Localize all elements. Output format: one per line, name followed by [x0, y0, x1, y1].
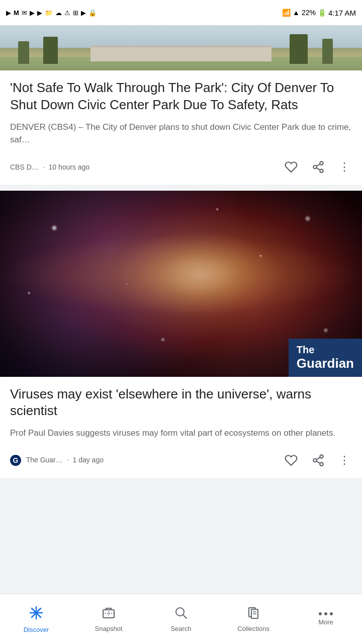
park-image-placeholder: [0, 25, 362, 70]
article-1-share-button[interactable]: [310, 158, 327, 176]
asterisk-icon: [29, 605, 44, 623]
battery-icon: 🔋: [318, 9, 326, 17]
svg-line-18: [183, 615, 187, 618]
heart-icon: [285, 160, 298, 174]
article-1-title: 'Not Safe To Walk Through The Park': Cit…: [10, 79, 352, 114]
svg-point-1: [313, 165, 317, 169]
signal-icon: ▲: [293, 9, 300, 17]
svg-point-0: [320, 162, 323, 165]
nav-item-collections[interactable]: Collections: [217, 594, 290, 644]
time: 4:17 AM: [328, 9, 356, 17]
article-card-2: The Guardian Viruses may exist 'elsewher…: [0, 191, 362, 478]
nav-item-search[interactable]: Search: [145, 594, 217, 644]
svg-point-5: [320, 455, 323, 458]
m-icon: M: [14, 9, 19, 17]
article-2-summary: Prof Paul Davies suggests viruses may fo…: [10, 427, 352, 440]
svg-line-4: [316, 164, 320, 166]
guardian-name-label: Guardian: [297, 356, 354, 371]
more-icon: [319, 612, 333, 615]
snapshot-icon: [102, 606, 116, 622]
nav-item-snapshot[interactable]: Snapshot: [72, 594, 145, 644]
share-icon: [312, 160, 325, 174]
svg-point-6: [313, 458, 317, 462]
wifi-icon: 📶: [282, 9, 291, 17]
article-2-body: Viruses may exist 'elsewhere in the univ…: [0, 377, 362, 478]
files-icon: 📁: [45, 9, 53, 17]
article-2-source: G The Guar… · 1 day ago: [10, 455, 277, 466]
article-2-like-button[interactable]: [283, 452, 300, 469]
article-1-body: 'Not Safe To Walk Through The Park': Cit…: [0, 70, 362, 185]
bottom-nav: Discover Snapshot Search: [0, 594, 362, 644]
lock-icon: 🔒: [88, 9, 97, 17]
mail-icon: ✉: [22, 9, 27, 17]
system-status: 📶 ▲ 22% 🔋 4:17 AM: [282, 9, 356, 17]
article-2-actions: ⋮: [283, 452, 352, 469]
svg-line-3: [316, 168, 320, 170]
galaxy-image: The Guardian: [0, 191, 362, 377]
nav-label-discover: Discover: [24, 626, 49, 633]
article-1-summary: DENVER (CBS4) – The City of Denver plans…: [10, 121, 352, 146]
notification-icons: ▶ M ✉ ▶ ▶ 📁 ☁ ⚠ ⊞ ▶ 🔒: [6, 9, 97, 17]
status-bar: ▶ M ✉ ▶ ▶ 📁 ☁ ⚠ ⊞ ▶ 🔒 📶 ▲ 22% 🔋 4:17 AM: [0, 0, 362, 25]
article-2-more-button[interactable]: ⋮: [337, 452, 352, 469]
svg-point-7: [320, 462, 323, 466]
article-2-share-button[interactable]: [310, 452, 327, 469]
youtube2-icon: ▶: [30, 9, 35, 17]
guardian-the-label: The: [297, 344, 354, 356]
guardian-source-icon: G: [10, 455, 21, 466]
svg-line-8: [316, 461, 320, 463]
nav-label-more: More: [318, 618, 333, 626]
search-icon: [174, 606, 188, 622]
article-2-title: Viruses may exist 'elsewhere in the univ…: [10, 386, 352, 420]
collections-icon: [246, 606, 260, 622]
gallery-icon: ⊞: [73, 9, 78, 17]
warning-icon: ⚠: [64, 9, 70, 17]
heart-icon-2: [285, 454, 298, 467]
youtube3-icon: ▶: [37, 9, 42, 17]
article-1-source: CBS D… · 10 hours ago: [10, 163, 277, 171]
svg-line-9: [316, 457, 320, 459]
svg-point-2: [320, 169, 323, 173]
youtube-icon: ▶: [6, 9, 11, 17]
guardian-badge: The Guardian: [289, 339, 362, 376]
article-1-footer: CBS D… · 10 hours ago: [10, 154, 352, 179]
nav-item-more[interactable]: More: [290, 594, 362, 644]
article-1-image: [0, 25, 362, 70]
article-2-image: The Guardian: [0, 191, 362, 377]
nav-label-snapshot: Snapshot: [95, 625, 123, 632]
feed-content: 'Not Safe To Walk Through The Park': Cit…: [0, 25, 362, 529]
article-1-like-button[interactable]: [283, 158, 300, 176]
article-1-more-button[interactable]: ⋮: [337, 158, 352, 176]
battery-percent: 22%: [302, 9, 316, 17]
article-1-actions: ⋮: [283, 158, 352, 176]
cloud-icon: ☁: [55, 9, 62, 17]
nav-item-discover[interactable]: Discover: [0, 594, 72, 644]
nav-label-collections: Collections: [237, 625, 269, 632]
share-icon-2: [312, 454, 325, 467]
article-card-1: 'Not Safe To Walk Through The Park': Cit…: [0, 25, 362, 185]
article-2-footer: G The Guar… · 1 day ago: [10, 448, 352, 472]
nav-label-search: Search: [170, 625, 191, 632]
youtube4-icon: ▶: [81, 9, 86, 17]
